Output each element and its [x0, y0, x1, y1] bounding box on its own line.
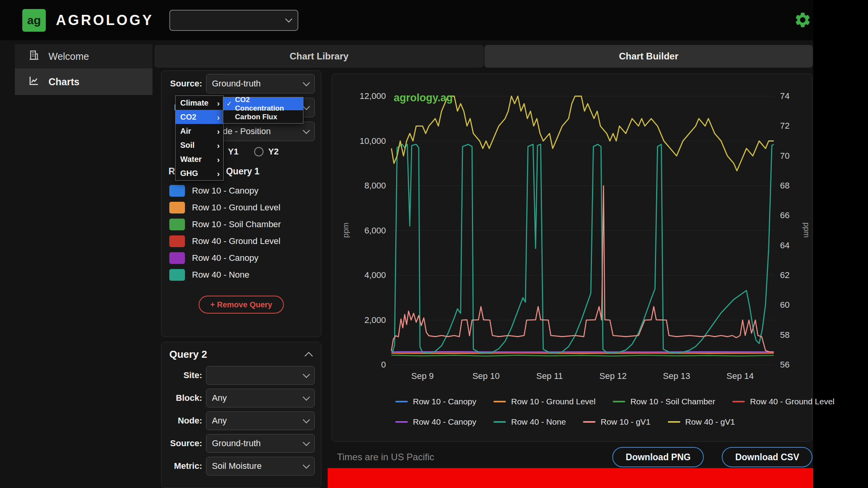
submenu-item-label: Carbon Flux [235, 113, 277, 121]
metric-select[interactable]: Soil Moisture [206, 457, 315, 475]
check-icon: ✓ [226, 100, 232, 108]
node-select-value: Any [212, 416, 301, 426]
source-label: Source: [168, 438, 202, 449]
source-label: Source: [168, 79, 202, 89]
y-left-axis-label: ppm [341, 222, 350, 238]
result-label: Row 40 - Ground Level [192, 236, 280, 246]
legend-row: Row 40 - CanopyRow 40 - NoneRow 10 - gV1… [395, 417, 834, 427]
x-tick: Sep 13 [663, 371, 690, 381]
metric-label: Metric: [168, 461, 202, 471]
series-line [391, 352, 774, 352]
y-left-tick: 0 [332, 360, 386, 370]
source-field-row: Source:Ground-truth [168, 434, 315, 453]
sidebar-item-label: Welcome [48, 51, 89, 62]
submenu-item-label: CO2 Concentration [235, 95, 300, 113]
y-left-tick: 4,000 [332, 270, 386, 280]
settings-gear-icon[interactable] [794, 11, 812, 29]
site-label: Site: [168, 370, 202, 380]
legend-item: Row 40 - None [493, 417, 566, 427]
site-select[interactable] [206, 366, 315, 385]
x-tick: Sep 12 [599, 371, 627, 381]
sidebar-item-charts[interactable]: Charts [15, 68, 152, 95]
chart-footer: Times are in US Pacific Download PNG Dow… [332, 447, 812, 468]
source-field-row: Source:Ground-truth [168, 74, 315, 93]
result-label: Row 40 - None [192, 270, 249, 280]
submenu-arrow-icon: › [217, 99, 220, 107]
y-right-tick: 66 [780, 210, 789, 221]
y-left-tick: 6,000 [332, 226, 386, 236]
y-right-tick: 64 [780, 240, 789, 251]
remove-query-button[interactable]: + Remove Query [199, 296, 284, 314]
timezone-note: Times are in US Pacific [332, 452, 594, 463]
legend-dash [732, 401, 745, 402]
submenu-arrow-icon: › [217, 169, 220, 178]
legend-item: Row 10 - Ground Level [493, 397, 595, 406]
node-select[interactable]: Any [206, 411, 315, 430]
series-line [391, 96, 774, 171]
menu-item-co2[interactable]: CO2› [176, 110, 223, 124]
source-select-value: Ground-truth [212, 79, 301, 89]
block-label: Block: [168, 393, 202, 403]
series-color-swatch [169, 219, 185, 230]
chevron-down-icon [303, 461, 310, 468]
submenu-item[interactable]: ✓CO2 Concentration [223, 97, 303, 110]
label-select-value: Node - Position [212, 126, 301, 136]
alert-banner [328, 468, 813, 488]
y-left-tick: 2,000 [332, 315, 386, 325]
legend-item: Row 10 - gV1 [583, 417, 650, 427]
download-png-button[interactable]: Download PNG [612, 447, 704, 467]
legend-label: Row 40 - gV1 [685, 417, 735, 427]
menu-item-soil[interactable]: Soil› [176, 138, 223, 152]
y-right-tick: 68 [780, 181, 789, 191]
legend-dash [583, 421, 595, 423]
result-item: Row 10 - Soil Chamber [168, 216, 315, 233]
legend-dash [395, 421, 408, 423]
chevron-down-icon [303, 439, 310, 446]
site-field-row: Site: [168, 366, 315, 385]
series-line [391, 186, 774, 352]
metric-field-row: Metric:Soil Moisture [168, 457, 315, 475]
site-selector-dropdown[interactable] [169, 10, 298, 31]
query2-header[interactable]: Query 2 [161, 342, 321, 364]
menu-item-ghg[interactable]: GHG› [176, 166, 223, 180]
node-field-row: Node:Any [168, 411, 315, 430]
source-select-value: Ground-truth [212, 438, 301, 449]
chevron-up-icon [305, 352, 313, 360]
result-label: Row 10 - Canopy [192, 186, 258, 196]
submenu-item[interactable]: Carbon Flux [223, 110, 303, 123]
legend-label: Row 10 - Canopy [413, 397, 476, 406]
y-left-tick: 12,000 [332, 91, 386, 101]
sidebar-item-welcome[interactable]: Welcome [15, 44, 152, 68]
radio-circle [254, 147, 264, 156]
series-color-swatch [169, 252, 185, 264]
result-label: Row 40 - Canopy [192, 253, 258, 263]
result-item: Row 10 - Ground Level [168, 199, 315, 216]
radio-label: Y1 [228, 147, 239, 157]
chevron-down-icon [303, 393, 310, 400]
menu-item-water[interactable]: Water› [176, 152, 223, 166]
download-csv-button[interactable]: Download CSV [722, 447, 812, 467]
source-select[interactable]: Ground-truth [206, 434, 315, 453]
source-select[interactable]: Ground-truth [206, 74, 315, 93]
submenu-arrow-icon: › [217, 141, 220, 149]
menu-item-climate[interactable]: Climate› [176, 96, 223, 110]
chart-icon [28, 75, 40, 89]
axis-radio-group: Y1Y2 [214, 147, 315, 157]
menu-item-air[interactable]: Air› [176, 124, 223, 138]
brand-title: AGROLOGY [56, 12, 154, 29]
x-tick: Sep 9 [411, 371, 434, 381]
menu-item-label: Air [180, 127, 191, 136]
watermark: agrology.ag [394, 92, 453, 104]
result-label: Row 10 - Ground Level [192, 203, 280, 213]
sidebar-item-label: Charts [48, 76, 79, 88]
tab-chart-builder[interactable]: Chart Builder [484, 45, 813, 68]
series-line [391, 353, 774, 353]
legend-item: Row 10 - Canopy [395, 397, 476, 406]
series-color-swatch [169, 235, 185, 247]
y2-radio[interactable]: Y2 [254, 147, 279, 157]
x-tick: Sep 11 [536, 371, 563, 381]
tab-chart-library[interactable]: Chart Library [154, 45, 484, 68]
topbar: ag AGROLOGY [0, 0, 813, 40]
block-select[interactable]: Any [206, 389, 315, 407]
legend-item: Row 40 - Ground Level [732, 397, 834, 406]
